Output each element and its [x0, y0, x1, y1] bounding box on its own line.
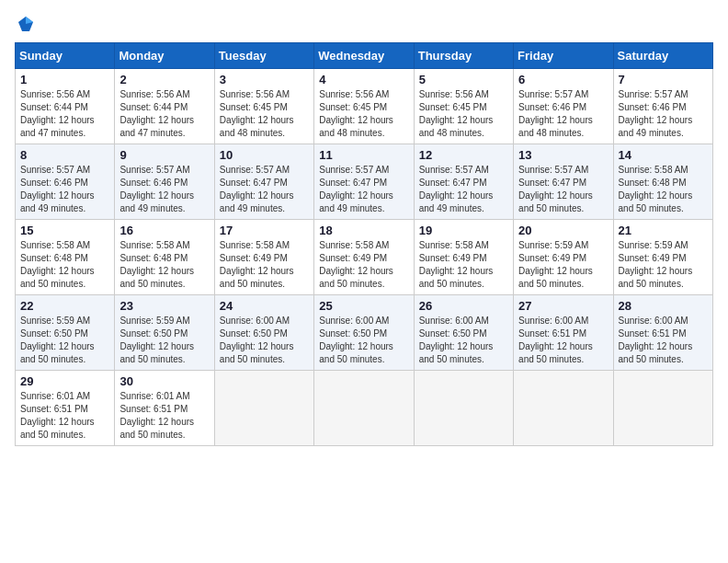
day-number: 15 — [20, 224, 109, 237]
day-info: Sunrise: 5:59 AMSunset: 6:50 PMDaylight:… — [119, 315, 209, 366]
day-number: 25 — [319, 299, 408, 313]
calendar-cell: 23Sunrise: 5:59 AMSunset: 6:50 PMDayligh… — [115, 295, 214, 371]
col-header-wednesday: Wednesday — [314, 43, 414, 69]
day-info: Sunrise: 5:56 AMSunset: 6:45 PMDaylight:… — [220, 88, 309, 140]
day-number: 21 — [619, 224, 708, 237]
day-number: 14 — [619, 148, 708, 162]
calendar-cell: 11Sunrise: 5:57 AMSunset: 6:47 PMDayligh… — [314, 144, 414, 220]
day-info: Sunrise: 5:56 AMSunset: 6:44 PMDaylight:… — [20, 88, 109, 140]
calendar-cell — [314, 371, 414, 446]
day-info: Sunrise: 5:59 AMSunset: 6:49 PMDaylight:… — [619, 239, 708, 291]
col-header-monday: Monday — [115, 43, 214, 69]
day-info: Sunrise: 5:58 AMSunset: 6:48 PMDaylight:… — [20, 239, 109, 291]
day-number: 18 — [319, 224, 408, 237]
day-number: 19 — [419, 224, 508, 237]
logo — [15, 15, 35, 33]
col-header-tuesday: Tuesday — [214, 43, 313, 69]
day-number: 28 — [619, 299, 708, 313]
calendar-cell: 2Sunrise: 5:56 AMSunset: 6:44 PMDaylight… — [115, 69, 214, 144]
col-header-sunday: Sunday — [16, 43, 115, 69]
day-info: Sunrise: 5:59 AMSunset: 6:50 PMDaylight:… — [20, 315, 109, 366]
col-header-thursday: Thursday — [414, 43, 513, 69]
calendar-cell: 21Sunrise: 5:59 AMSunset: 6:49 PMDayligh… — [613, 220, 712, 295]
calendar-cell: 30Sunrise: 6:01 AMSunset: 6:51 PMDayligh… — [115, 371, 214, 446]
day-number: 23 — [119, 299, 209, 313]
calendar-cell: 6Sunrise: 5:57 AMSunset: 6:46 PMDaylight… — [514, 69, 613, 144]
day-info: Sunrise: 5:57 AMSunset: 6:46 PMDaylight:… — [119, 164, 209, 215]
day-info: Sunrise: 6:00 AMSunset: 6:51 PMDaylight:… — [619, 315, 708, 366]
day-number: 22 — [20, 299, 109, 313]
week-row-4: 22Sunrise: 5:59 AMSunset: 6:50 PMDayligh… — [16, 295, 713, 371]
day-number: 9 — [119, 148, 209, 162]
calendar-cell: 7Sunrise: 5:57 AMSunset: 6:46 PMDaylight… — [613, 69, 712, 144]
day-info: Sunrise: 5:58 AMSunset: 6:48 PMDaylight:… — [619, 164, 708, 215]
calendar-cell: 19Sunrise: 5:58 AMSunset: 6:49 PMDayligh… — [414, 220, 513, 295]
day-info: Sunrise: 5:57 AMSunset: 6:46 PMDaylight:… — [619, 88, 708, 140]
day-number: 29 — [20, 374, 109, 388]
calendar-cell: 26Sunrise: 6:00 AMSunset: 6:50 PMDayligh… — [414, 295, 513, 371]
day-number: 5 — [419, 73, 508, 86]
page-header — [15, 15, 713, 33]
day-number: 30 — [119, 374, 209, 388]
day-number: 11 — [319, 148, 408, 162]
day-number: 2 — [119, 73, 209, 86]
calendar-cell: 25Sunrise: 6:00 AMSunset: 6:50 PMDayligh… — [314, 295, 414, 371]
calendar-cell: 10Sunrise: 5:57 AMSunset: 6:47 PMDayligh… — [214, 144, 313, 220]
day-number: 3 — [220, 73, 309, 86]
day-info: Sunrise: 5:58 AMSunset: 6:48 PMDaylight:… — [119, 239, 209, 291]
calendar-cell: 16Sunrise: 5:58 AMSunset: 6:48 PMDayligh… — [115, 220, 214, 295]
day-info: Sunrise: 5:59 AMSunset: 6:49 PMDaylight:… — [518, 239, 608, 291]
calendar-cell: 3Sunrise: 5:56 AMSunset: 6:45 PMDaylight… — [214, 69, 313, 144]
day-number: 12 — [419, 148, 508, 162]
day-number: 16 — [119, 224, 209, 237]
week-row-3: 15Sunrise: 5:58 AMSunset: 6:48 PMDayligh… — [16, 220, 713, 295]
calendar-cell: 12Sunrise: 5:57 AMSunset: 6:47 PMDayligh… — [414, 144, 513, 220]
calendar-cell: 14Sunrise: 5:58 AMSunset: 6:48 PMDayligh… — [613, 144, 712, 220]
day-number: 24 — [220, 299, 309, 313]
calendar-cell: 27Sunrise: 6:00 AMSunset: 6:51 PMDayligh… — [514, 295, 613, 371]
day-info: Sunrise: 6:00 AMSunset: 6:51 PMDaylight:… — [518, 315, 608, 366]
day-info: Sunrise: 5:57 AMSunset: 6:47 PMDaylight:… — [220, 164, 309, 215]
calendar-cell: 29Sunrise: 6:01 AMSunset: 6:51 PMDayligh… — [16, 371, 115, 446]
week-row-2: 8Sunrise: 5:57 AMSunset: 6:46 PMDaylight… — [16, 144, 713, 220]
day-info: Sunrise: 5:58 AMSunset: 6:49 PMDaylight:… — [419, 239, 508, 291]
day-number: 6 — [518, 73, 608, 86]
calendar-cell: 9Sunrise: 5:57 AMSunset: 6:46 PMDaylight… — [115, 144, 214, 220]
day-number: 10 — [220, 148, 309, 162]
day-info: Sunrise: 5:56 AMSunset: 6:45 PMDaylight:… — [419, 88, 508, 140]
day-info: Sunrise: 6:00 AMSunset: 6:50 PMDaylight:… — [419, 315, 508, 366]
calendar-table: SundayMondayTuesdayWednesdayThursdayFrid… — [15, 42, 713, 446]
calendar-cell — [613, 371, 712, 446]
week-row-5: 29Sunrise: 6:01 AMSunset: 6:51 PMDayligh… — [16, 371, 713, 446]
day-info: Sunrise: 6:01 AMSunset: 6:51 PMDaylight:… — [20, 390, 109, 442]
day-number: 1 — [20, 73, 109, 86]
calendar-cell: 15Sunrise: 5:58 AMSunset: 6:48 PMDayligh… — [16, 220, 115, 295]
calendar-cell: 5Sunrise: 5:56 AMSunset: 6:45 PMDaylight… — [414, 69, 513, 144]
calendar-header-row: SundayMondayTuesdayWednesdayThursdayFrid… — [16, 43, 713, 69]
day-info: Sunrise: 6:00 AMSunset: 6:50 PMDaylight:… — [220, 315, 309, 366]
calendar-cell: 1Sunrise: 5:56 AMSunset: 6:44 PMDaylight… — [16, 69, 115, 144]
week-row-1: 1Sunrise: 5:56 AMSunset: 6:44 PMDaylight… — [16, 69, 713, 144]
calendar-cell: 20Sunrise: 5:59 AMSunset: 6:49 PMDayligh… — [514, 220, 613, 295]
day-info: Sunrise: 5:57 AMSunset: 6:46 PMDaylight:… — [518, 88, 608, 140]
day-number: 4 — [319, 73, 408, 86]
day-number: 17 — [220, 224, 309, 237]
day-number: 26 — [419, 299, 508, 313]
calendar-cell: 8Sunrise: 5:57 AMSunset: 6:46 PMDaylight… — [16, 144, 115, 220]
day-info: Sunrise: 5:57 AMSunset: 6:47 PMDaylight:… — [518, 164, 608, 215]
day-info: Sunrise: 6:01 AMSunset: 6:51 PMDaylight:… — [119, 390, 209, 442]
calendar-cell: 13Sunrise: 5:57 AMSunset: 6:47 PMDayligh… — [514, 144, 613, 220]
col-header-saturday: Saturday — [613, 43, 712, 69]
day-info: Sunrise: 5:57 AMSunset: 6:46 PMDaylight:… — [20, 164, 109, 215]
day-number: 27 — [518, 299, 608, 313]
calendar-cell: 4Sunrise: 5:56 AMSunset: 6:45 PMDaylight… — [314, 69, 414, 144]
day-number: 8 — [20, 148, 109, 162]
calendar-cell: 28Sunrise: 6:00 AMSunset: 6:51 PMDayligh… — [613, 295, 712, 371]
day-info: Sunrise: 5:57 AMSunset: 6:47 PMDaylight:… — [319, 164, 408, 215]
calendar-cell — [414, 371, 513, 446]
day-number: 13 — [518, 148, 608, 162]
calendar-cell — [514, 371, 613, 446]
day-info: Sunrise: 5:58 AMSunset: 6:49 PMDaylight:… — [220, 239, 309, 291]
logo-flag-icon — [17, 15, 35, 33]
calendar-cell: 17Sunrise: 5:58 AMSunset: 6:49 PMDayligh… — [214, 220, 313, 295]
